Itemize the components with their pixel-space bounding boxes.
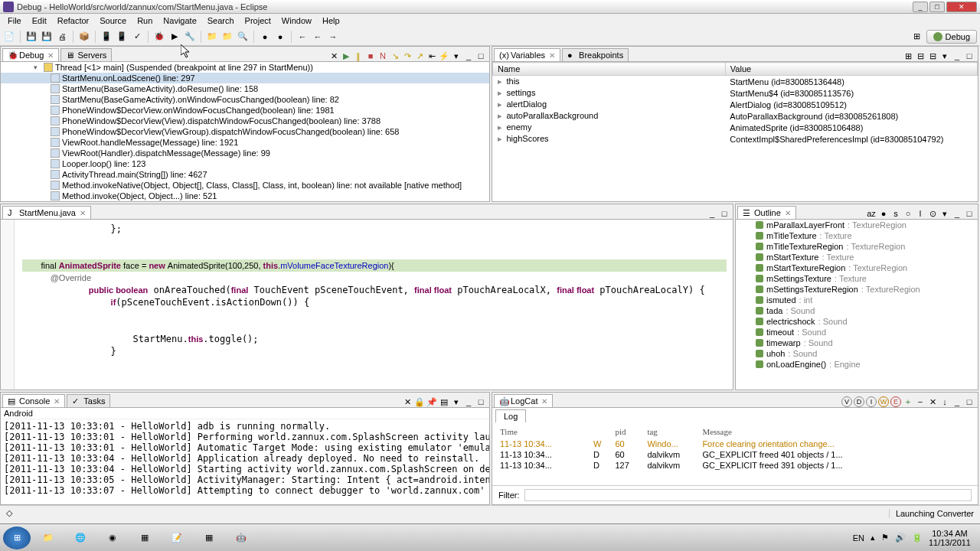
clock[interactable]: 10:34 AM 11/13/2011 [929,529,971,547]
logcat-row[interactable]: 11-13 10:34...W60Windo...Force clearing … [494,439,976,448]
android-lint-button[interactable]: ✓ [131,31,143,43]
new-button[interactable]: 📄 [3,31,15,43]
android-avd-button[interactable]: 📱 [116,31,128,43]
resume-button[interactable]: ▶ [341,51,351,61]
pid-column[interactable]: pid [609,425,639,438]
menu-window[interactable]: Window [277,15,316,27]
message-column[interactable]: Message [696,425,976,438]
outline-item[interactable]: tada : Sound [736,305,978,316]
sort-button[interactable]: az [866,208,877,219]
maximize-view-button[interactable]: □ [964,51,975,61]
back-button[interactable]: ← [312,31,324,43]
stack-frame[interactable]: ViewRoot.handleMessage(Message) line: 19… [1,137,489,148]
minimize-view-button[interactable]: _ [952,208,962,219]
edit-filter-button[interactable]: − [915,396,926,407]
outline-item[interactable]: mTitleTextureRegion : TextureRegion [736,241,978,252]
network-icon[interactable]: 🔊 [895,533,906,543]
breakpoints-tab[interactable]: ● Breakpoints [562,48,629,61]
variable-row[interactable]: ▸enemyAnimatedSprite (id=830085106488) [493,122,978,133]
hide-nonpublic-button[interactable]: ○ [903,208,913,219]
outline-item[interactable]: timewarp : Sound [736,337,978,348]
hide-local-button[interactable]: l [915,208,926,219]
logcat-row[interactable]: 11-13 10:34...D60dalvikvmGC_EXPLICIT fre… [494,450,976,459]
outline-item[interactable]: onLoadEngine() : Engine [736,359,978,370]
save-button[interactable]: 💾 [25,31,38,43]
menu-source[interactable]: Source [95,15,131,27]
chrome-icon[interactable]: 🌐 [66,527,95,549]
outline-item[interactable]: mSettingsTexture : Texture [736,273,978,284]
explorer-icon[interactable]: 📁 [34,527,63,549]
maximize-view-button[interactable]: □ [719,208,730,219]
view-menu-button[interactable]: ▾ [939,208,950,219]
outline-item[interactable]: mParallaxLayerFront : TextureRegion [736,220,978,230]
add-filter-button[interactable]: + [903,396,913,407]
verbose-button[interactable]: V [841,396,852,407]
value-column[interactable]: Value [725,63,977,76]
step-return-button[interactable]: ↗ [414,51,425,61]
stack-frame[interactable]: Looper.loop() line: 123 [1,158,489,169]
close-tab-icon[interactable]: ✕ [80,209,86,217]
maximize-button[interactable]: □ [929,2,945,12]
view-menu-button[interactable]: ▾ [451,51,462,61]
maximize-view-button[interactable]: □ [475,51,486,61]
close-tab-icon[interactable]: ✕ [541,397,547,406]
stack-frame[interactable]: ActivityThread.main(String[]) line: 4627 [1,169,489,180]
language-indicator[interactable]: EN [853,533,864,543]
level-column[interactable] [587,425,607,438]
step-over-button[interactable]: ↷ [402,51,413,61]
editor-tab[interactable]: J StartMenu.java ✕ [2,206,91,219]
clear-console-button[interactable]: ✕ [402,396,413,407]
close-button[interactable]: ✕ [946,2,977,12]
android-sdk-button[interactable]: 📱 [100,31,113,43]
editor-body[interactable]: }; final AnimatedSprite face = new Anima… [1,220,733,390]
save-all-button[interactable]: 💾 [41,31,53,43]
info-button[interactable]: I [866,396,877,407]
terminate-button[interactable]: ■ [365,51,376,61]
servers-tab[interactable]: 🖥 Servers [60,48,112,61]
variable-row[interactable]: ▸settingsStartMenu$4 (id=830085113576) [493,87,978,99]
error-button[interactable]: E [890,396,901,407]
suspend-button[interactable]: ‖ [353,51,364,61]
open-console-button[interactable]: ▾ [451,396,462,407]
stack-frame[interactable]: PhoneWindow$DecorView.onWindowFocusChang… [1,105,489,116]
outline-item[interactable]: mStartTexture : Texture [736,252,978,262]
close-tab-icon[interactable]: ✕ [54,397,60,406]
variables-tab[interactable]: (x) Variables ✕ [494,48,560,61]
stack-frame[interactable]: ViewRoot(Handler).dispatchMessage(Messag… [1,148,489,158]
minimize-view-button[interactable]: _ [952,51,962,61]
maximize-view-button[interactable]: □ [964,396,975,407]
last-edit-button[interactable]: ← [296,31,309,43]
outline-item[interactable]: electricshock : Sound [736,316,978,327]
console-tab[interactable]: ▤ Console ✕ [2,394,65,407]
menu-search[interactable]: Search [203,15,239,27]
start-button[interactable]: ⊞ [3,527,31,549]
stack-frame[interactable]: StartMenu(BaseGameActivity).doResume() l… [1,83,489,94]
minimize-view-button[interactable]: _ [463,396,474,407]
maximize-view-button[interactable]: □ [964,208,975,219]
tasks-tab[interactable]: ✓ Tasks [67,394,110,407]
variable-row[interactable]: ▸autoParallaxBackgroundAutoParallaxBackg… [493,110,978,122]
step-into-button[interactable]: ↘ [390,51,400,61]
menu-refactor[interactable]: Refactor [53,15,94,27]
minimize-view-button[interactable]: _ [707,208,717,219]
close-tab-icon[interactable]: ✕ [549,51,555,60]
pin-button[interactable]: 📌 [426,396,437,407]
show-logical-button[interactable]: ⊟ [915,51,926,61]
outline-item[interactable]: mTitleTexture : Texture [736,230,978,241]
new-package-button[interactable]: 📁 [206,31,218,43]
new-class-button[interactable]: 📁 [221,31,234,43]
stack-frame[interactable]: StartMenu.onLoadScene() line: 297 [1,73,489,83]
notepad-icon[interactable]: 📝 [162,527,191,549]
outline-item[interactable]: uhoh : Sound [736,348,978,359]
disconnect-button[interactable]: N [377,51,388,61]
menu-edit[interactable]: Edit [28,15,51,27]
export-button[interactable]: ↓ [939,396,950,407]
variable-row[interactable]: ▸alertDialogAlertDialog (id=830085109512… [493,99,978,110]
editor-ruler[interactable] [1,220,15,390]
external-tools-button[interactable]: 🔧 [184,31,196,43]
debug-tab[interactable]: 🐞 Debug ✕ [2,48,59,61]
run-button[interactable]: ▶ [168,31,181,43]
eclipse-task-icon[interactable]: ◉ [98,527,127,549]
clear-log-button[interactable]: ✕ [927,396,938,407]
variable-row[interactable]: ▸thisStartMenu (id=830085136448) [493,76,978,88]
